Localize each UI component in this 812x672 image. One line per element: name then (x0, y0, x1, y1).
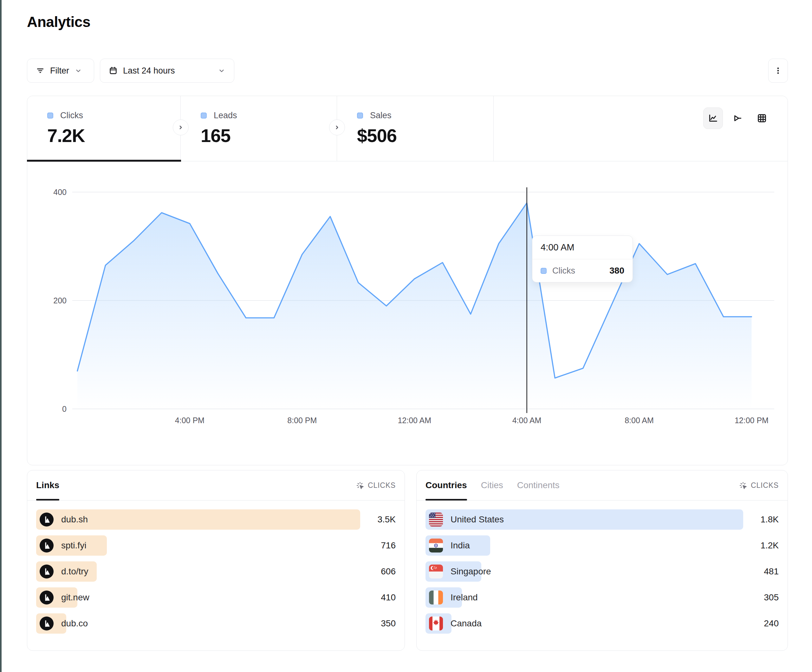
stat-label: Leads (214, 111, 237, 121)
x-axis-tick-label: 8:00 AM (624, 416, 654, 425)
list-item-label: Ireland (450, 592, 478, 602)
tab-sales[interactable]: Sales $506 (337, 96, 494, 161)
list-item-value: 716 (360, 541, 396, 551)
sales-legend-swatch (357, 113, 363, 119)
stat-label: Clicks (60, 111, 83, 121)
dub-logo-icon (39, 565, 54, 578)
countries-metric[interactable]: CLICKS (739, 471, 779, 500)
list-item-label: git.new (61, 592, 89, 602)
tab-countries[interactable]: Countries (425, 471, 467, 500)
metric-label: CLICKS (368, 481, 396, 490)
list-item-value: 606 (360, 566, 396, 576)
date-range-button[interactable]: Last 24 hours (100, 59, 234, 83)
funnel-chart-icon (732, 113, 743, 124)
tab-continents[interactable]: Continents (517, 471, 560, 500)
cursor-click-icon (356, 481, 364, 490)
ie-flag-icon (429, 590, 443, 604)
links-metric[interactable]: CLICKS (356, 471, 396, 500)
stat-value: $506 (357, 125, 493, 146)
leads-legend-swatch (201, 113, 207, 119)
clicks-legend-swatch (47, 113, 53, 119)
tab-label: Countries (425, 480, 467, 490)
sg-flag-icon (429, 565, 443, 578)
x-axis-tick-label: 4:00 AM (512, 416, 542, 425)
clicks-series-line (77, 203, 751, 378)
links-panel: Links CLICKS dub.sh 3.5K spti.fyi 716 d.… (27, 470, 405, 651)
list-item-value: 3.5K (360, 515, 396, 525)
tab-links[interactable]: Links (36, 471, 59, 500)
chart-view-toggles (703, 107, 772, 129)
list-item-value: 1.8K (743, 515, 779, 525)
tab-cities[interactable]: Cities (481, 471, 503, 500)
list-item[interactable]: spti.fyi 716 (36, 536, 396, 556)
list-item[interactable]: United States 1.8K (425, 509, 779, 530)
list-item[interactable]: India 1.2K (425, 536, 779, 556)
list-item-value: 350 (360, 618, 396, 629)
dub-logo-icon (39, 590, 54, 604)
list-item[interactable]: dub.sh 3.5K (36, 509, 396, 530)
calendar-icon (108, 66, 118, 75)
list-item[interactable]: Ireland 305 (425, 587, 779, 608)
area-fill (77, 203, 751, 409)
filter-icon (36, 66, 45, 75)
list-item[interactable]: d.to/try 606 (36, 561, 396, 582)
tab-clicks[interactable]: Clicks 7.2K (27, 96, 181, 161)
stats-tab-row: Clicks 7.2K Leads 165 Sales $506 (27, 96, 788, 161)
list-item[interactable]: Singapore 481 (425, 561, 779, 582)
tab-label: Cities (481, 480, 503, 490)
y-axis-tick-label: 0 (62, 404, 67, 413)
expand-leads-chevron-button[interactable] (329, 119, 345, 135)
list-item-value: 410 (360, 592, 396, 602)
list-item[interactable]: dub.co 350 (36, 613, 396, 634)
cursor-click-icon (739, 481, 747, 490)
tab-leads[interactable]: Leads 165 (181, 96, 337, 161)
more-options-button[interactable] (768, 59, 788, 83)
filter-button-label: Filter (50, 66, 69, 76)
countries-list: United States 1.8K India 1.2K Singapore … (416, 500, 788, 634)
dub-logo-icon (39, 513, 54, 527)
list-item-label: Singapore (450, 566, 491, 576)
y-axis-tick-label: 200 (53, 296, 67, 305)
line-chart-view-button[interactable] (703, 107, 723, 129)
list-item-value: 305 (743, 592, 779, 602)
analytics-chart-card: 02004004:00 PM8:00 PM12:00 AM4:00 AM8:00… (27, 96, 788, 465)
tooltip-legend-swatch (541, 268, 547, 274)
list-item-label: Canada (450, 618, 482, 629)
table-view-button[interactable] (752, 107, 772, 129)
links-panel-header: Links CLICKS (27, 471, 404, 500)
line-chart-icon (708, 113, 718, 124)
tooltip-value: 380 (609, 266, 624, 276)
in-flag-icon (429, 539, 443, 553)
countries-panel-header: Countries Cities Continents CLICKS (416, 471, 788, 500)
expand-clicks-chevron-button[interactable] (173, 119, 189, 135)
x-axis-tick-label: 12:00 AM (397, 416, 431, 425)
tooltip-time: 4:00 AM (532, 236, 633, 259)
tab-label: Continents (517, 480, 560, 490)
stat-value: 165 (201, 125, 337, 146)
dub-logo-icon (39, 539, 54, 553)
chevron-down-icon (218, 67, 226, 75)
ca-flag-icon (429, 617, 443, 631)
screen-edge-divider (0, 0, 2, 672)
list-item-label: spti.fyi (61, 541, 86, 551)
chart-tooltip: 4:00 AM Clicks 380 (532, 235, 633, 282)
list-item-label: d.to/try (61, 566, 89, 576)
us-flag-icon (429, 513, 443, 527)
chevron-right-icon (177, 123, 185, 131)
metric-label: CLICKS (751, 481, 779, 490)
page-title: Analytics (27, 13, 90, 31)
list-item[interactable]: Canada 240 (425, 613, 779, 634)
tab-label: Links (36, 480, 59, 490)
list-item-value: 240 (743, 618, 779, 629)
x-axis-tick-label: 8:00 PM (287, 416, 317, 425)
filter-button[interactable]: Filter (27, 59, 94, 83)
list-item-label: United States (450, 515, 504, 525)
list-item-label: India (450, 541, 470, 551)
list-item-label: dub.co (61, 618, 88, 629)
list-item[interactable]: git.new 410 (36, 587, 396, 608)
tooltip-series-label: Clicks (552, 266, 575, 276)
links-list: dub.sh 3.5K spti.fyi 716 d.to/try 606 gi… (27, 500, 404, 634)
chevron-down-icon (74, 67, 82, 75)
y-axis-tick-label: 400 (53, 188, 67, 196)
funnel-view-button[interactable] (728, 107, 747, 129)
